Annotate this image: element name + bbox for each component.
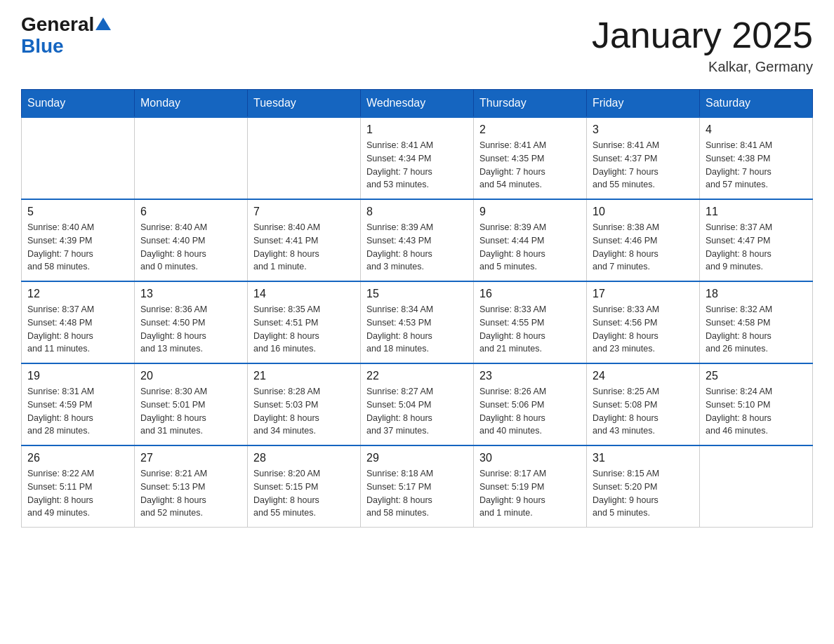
day-info: Sunrise: 8:34 AMSunset: 4:53 PMDaylight:… — [366, 303, 468, 356]
day-number: 15 — [366, 288, 468, 300]
calendar-cell: 2Sunrise: 8:41 AMSunset: 4:35 PMDaylight… — [474, 117, 587, 199]
calendar-week-1: 1Sunrise: 8:41 AMSunset: 4:34 PMDaylight… — [22, 117, 813, 199]
calendar-cell — [700, 445, 813, 528]
day-info: Sunrise: 8:22 AMSunset: 5:11 PMDaylight:… — [27, 467, 128, 520]
day-info: Sunrise: 8:32 AMSunset: 4:58 PMDaylight:… — [706, 303, 807, 356]
calendar-cell: 27Sunrise: 8:21 AMSunset: 5:13 PMDayligh… — [135, 445, 248, 528]
calendar-cell: 20Sunrise: 8:30 AMSunset: 5:01 PMDayligh… — [135, 363, 248, 445]
calendar-cell: 24Sunrise: 8:25 AMSunset: 5:08 PMDayligh… — [587, 363, 700, 445]
weekday-header-row: SundayMondayTuesdayWednesdayThursdayFrid… — [22, 90, 813, 118]
day-number: 6 — [140, 206, 241, 218]
day-number: 14 — [253, 288, 355, 300]
day-info: Sunrise: 8:27 AMSunset: 5:04 PMDaylight:… — [366, 385, 468, 438]
calendar-cell: 12Sunrise: 8:37 AMSunset: 4:48 PMDayligh… — [22, 281, 135, 363]
calendar-cell — [22, 117, 135, 199]
calendar-cell: 8Sunrise: 8:39 AMSunset: 4:43 PMDaylight… — [361, 199, 474, 281]
calendar-cell: 23Sunrise: 8:26 AMSunset: 5:06 PMDayligh… — [474, 363, 587, 445]
calendar-location: Kalkar, Germany — [592, 59, 813, 75]
day-number: 27 — [140, 452, 241, 464]
day-info: Sunrise: 8:39 AMSunset: 4:43 PMDaylight:… — [366, 221, 468, 274]
calendar-week-2: 5Sunrise: 8:40 AMSunset: 4:39 PMDaylight… — [22, 199, 813, 281]
calendar-cell: 4Sunrise: 8:41 AMSunset: 4:38 PMDaylight… — [700, 117, 813, 199]
day-info: Sunrise: 8:30 AMSunset: 5:01 PMDaylight:… — [140, 385, 241, 438]
calendar-cell: 9Sunrise: 8:39 AMSunset: 4:44 PMDaylight… — [474, 199, 587, 281]
day-number: 1 — [366, 123, 468, 136]
day-info: Sunrise: 8:41 AMSunset: 4:38 PMDaylight:… — [706, 139, 807, 192]
calendar-cell: 21Sunrise: 8:28 AMSunset: 5:03 PMDayligh… — [248, 363, 361, 445]
day-number: 20 — [140, 370, 241, 382]
svg-marker-0 — [95, 18, 111, 30]
calendar-cell: 1Sunrise: 8:41 AMSunset: 4:34 PMDaylight… — [361, 117, 474, 199]
weekday-header-wednesday: Wednesday — [361, 90, 474, 118]
day-info: Sunrise: 8:31 AMSunset: 4:59 PMDaylight:… — [27, 385, 128, 438]
calendar-cell: 14Sunrise: 8:35 AMSunset: 4:51 PMDayligh… — [248, 281, 361, 363]
day-info: Sunrise: 8:18 AMSunset: 5:17 PMDaylight:… — [366, 467, 468, 520]
day-info: Sunrise: 8:37 AMSunset: 4:48 PMDaylight:… — [27, 303, 128, 356]
calendar-cell: 11Sunrise: 8:37 AMSunset: 4:47 PMDayligh… — [700, 199, 813, 281]
calendar-cell: 18Sunrise: 8:32 AMSunset: 4:58 PMDayligh… — [700, 281, 813, 363]
day-info: Sunrise: 8:38 AMSunset: 4:46 PMDaylight:… — [593, 221, 694, 274]
day-info: Sunrise: 8:15 AMSunset: 5:20 PMDaylight:… — [593, 467, 694, 520]
calendar-cell: 10Sunrise: 8:38 AMSunset: 4:46 PMDayligh… — [587, 199, 700, 281]
day-number: 4 — [706, 123, 807, 136]
day-number: 8 — [366, 206, 468, 218]
day-info: Sunrise: 8:41 AMSunset: 4:34 PMDaylight:… — [366, 139, 468, 192]
day-number: 22 — [366, 370, 468, 382]
day-number: 31 — [593, 452, 694, 464]
calendar-cell: 17Sunrise: 8:33 AMSunset: 4:56 PMDayligh… — [587, 281, 700, 363]
calendar-cell: 19Sunrise: 8:31 AMSunset: 4:59 PMDayligh… — [22, 363, 135, 445]
calendar-week-4: 19Sunrise: 8:31 AMSunset: 4:59 PMDayligh… — [22, 363, 813, 445]
day-number: 12 — [27, 288, 128, 300]
calendar-cell: 5Sunrise: 8:40 AMSunset: 4:39 PMDaylight… — [22, 199, 135, 281]
page-header: General Blue January 2025 Kalkar, German… — [21, 14, 813, 75]
weekday-header-friday: Friday — [587, 90, 700, 118]
day-info: Sunrise: 8:26 AMSunset: 5:06 PMDaylight:… — [479, 385, 581, 438]
calendar-cell: 7Sunrise: 8:40 AMSunset: 4:41 PMDaylight… — [248, 199, 361, 281]
day-info: Sunrise: 8:39 AMSunset: 4:44 PMDaylight:… — [479, 221, 581, 274]
logo: General Blue — [21, 14, 111, 58]
calendar-title: January 2025 — [592, 14, 813, 56]
calendar-cell: 22Sunrise: 8:27 AMSunset: 5:04 PMDayligh… — [361, 363, 474, 445]
day-info: Sunrise: 8:40 AMSunset: 4:40 PMDaylight:… — [140, 221, 241, 274]
calendar-cell — [135, 117, 248, 199]
weekday-header-tuesday: Tuesday — [248, 90, 361, 118]
day-info: Sunrise: 8:24 AMSunset: 5:10 PMDaylight:… — [706, 385, 807, 438]
logo-triangle-icon — [95, 16, 111, 32]
day-number: 29 — [366, 452, 468, 464]
calendar-cell: 13Sunrise: 8:36 AMSunset: 4:50 PMDayligh… — [135, 281, 248, 363]
day-info: Sunrise: 8:33 AMSunset: 4:55 PMDaylight:… — [479, 303, 581, 356]
logo-general-text: General — [21, 14, 94, 36]
calendar-cell: 15Sunrise: 8:34 AMSunset: 4:53 PMDayligh… — [361, 281, 474, 363]
calendar-cell: 29Sunrise: 8:18 AMSunset: 5:17 PMDayligh… — [361, 445, 474, 528]
day-info: Sunrise: 8:41 AMSunset: 4:35 PMDaylight:… — [479, 139, 581, 192]
calendar-cell: 26Sunrise: 8:22 AMSunset: 5:11 PMDayligh… — [22, 445, 135, 528]
weekday-header-sunday: Sunday — [22, 90, 135, 118]
day-number: 16 — [479, 288, 581, 300]
day-info: Sunrise: 8:37 AMSunset: 4:47 PMDaylight:… — [706, 221, 807, 274]
calendar-week-3: 12Sunrise: 8:37 AMSunset: 4:48 PMDayligh… — [22, 281, 813, 363]
calendar-week-5: 26Sunrise: 8:22 AMSunset: 5:11 PMDayligh… — [22, 445, 813, 528]
day-info: Sunrise: 8:28 AMSunset: 5:03 PMDaylight:… — [253, 385, 355, 438]
day-number: 13 — [140, 288, 241, 300]
day-number: 25 — [706, 370, 807, 382]
day-number: 2 — [479, 123, 581, 136]
day-number: 7 — [253, 206, 355, 218]
logo-blue-text: Blue — [21, 35, 64, 57]
day-number: 10 — [593, 206, 694, 218]
weekday-header-thursday: Thursday — [474, 90, 587, 118]
day-number: 17 — [593, 288, 694, 300]
day-info: Sunrise: 8:40 AMSunset: 4:41 PMDaylight:… — [253, 221, 355, 274]
day-info: Sunrise: 8:35 AMSunset: 4:51 PMDaylight:… — [253, 303, 355, 356]
day-number: 26 — [27, 452, 128, 464]
day-info: Sunrise: 8:33 AMSunset: 4:56 PMDaylight:… — [593, 303, 694, 356]
day-info: Sunrise: 8:40 AMSunset: 4:39 PMDaylight:… — [27, 221, 128, 274]
day-number: 11 — [706, 206, 807, 218]
weekday-header-saturday: Saturday — [700, 90, 813, 118]
day-info: Sunrise: 8:41 AMSunset: 4:37 PMDaylight:… — [593, 139, 694, 192]
day-number: 3 — [593, 123, 694, 136]
calendar-cell — [248, 117, 361, 199]
day-info: Sunrise: 8:17 AMSunset: 5:19 PMDaylight:… — [479, 467, 581, 520]
calendar-cell: 6Sunrise: 8:40 AMSunset: 4:40 PMDaylight… — [135, 199, 248, 281]
title-block: January 2025 Kalkar, Germany — [592, 14, 813, 75]
day-number: 28 — [253, 452, 355, 464]
